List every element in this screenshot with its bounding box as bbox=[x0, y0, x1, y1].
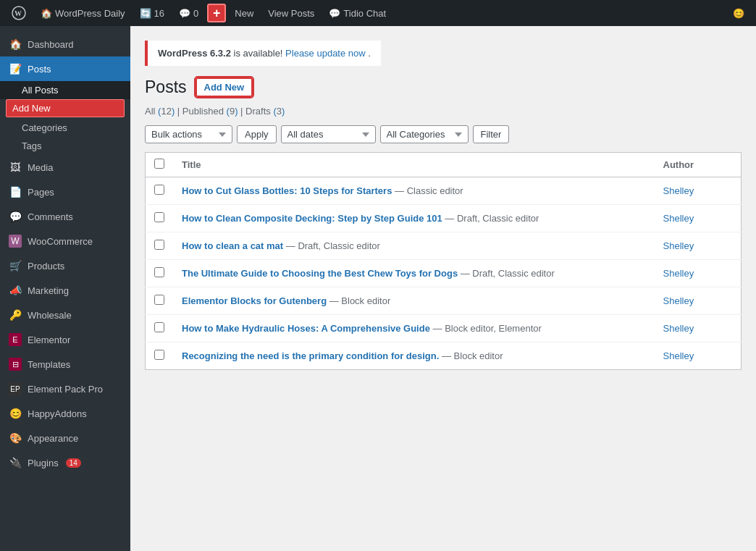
table-row: Recognizing the need is the primary cond… bbox=[146, 342, 742, 370]
post-meta-2: — Draft, Classic editor bbox=[286, 240, 380, 251]
add-new-page-button[interactable]: Add New bbox=[196, 77, 253, 97]
filter-all[interactable]: All (12) bbox=[145, 106, 175, 117]
table-row: How to Make Hydraulic Hoses: A Comprehen… bbox=[146, 315, 742, 342]
wholesale-icon: 🔑 bbox=[9, 308, 22, 321]
row-checkbox-0[interactable] bbox=[154, 185, 164, 195]
post-title-link-5[interactable]: How to Make Hydraulic Hoses: A Comprehen… bbox=[182, 323, 430, 334]
post-title-link-4[interactable]: Elementor Blocks for Gutenberg bbox=[182, 295, 327, 306]
sidebar-item-marketing[interactable]: 📣 Marketing bbox=[0, 278, 130, 303]
row-checkbox-cell bbox=[146, 232, 174, 260]
notice-version: WordPress 6.3.2 bbox=[158, 48, 231, 59]
author-link-3[interactable]: Shelley bbox=[663, 268, 694, 279]
row-author-cell: Shelley bbox=[655, 342, 742, 370]
row-checkbox-1[interactable] bbox=[154, 212, 164, 222]
author-link-4[interactable]: Shelley bbox=[663, 295, 694, 306]
svg-text:W: W bbox=[14, 9, 22, 17]
sidebar-item-dashboard[interactable]: 🏠 Dashboard bbox=[0, 32, 130, 56]
notice-suffix: . bbox=[368, 48, 371, 59]
post-title-link-0[interactable]: How to Cut Glass Bottles: 10 Steps for S… bbox=[182, 185, 392, 196]
sidebar-item-label: Comments bbox=[28, 211, 73, 222]
row-checkbox-5[interactable] bbox=[154, 322, 164, 332]
sidebar-item-woocommerce[interactable]: W WooCommerce bbox=[0, 229, 130, 253]
sidebar-item-label: Appearance bbox=[28, 433, 78, 444]
table-row: How to clean a cat mat — Draft, Classic … bbox=[146, 232, 742, 260]
sidebar-item-media[interactable]: 🖼 Media bbox=[0, 155, 130, 180]
row-checkbox-4[interactable] bbox=[154, 295, 164, 305]
templates-icon: ⊟ bbox=[9, 358, 22, 371]
site-name[interactable]: 🏠 WordPress Daily bbox=[35, 0, 131, 26]
row-checkbox-6[interactable] bbox=[154, 350, 164, 360]
add-new-bar-button[interactable]: + bbox=[207, 4, 226, 22]
select-all-checkbox[interactable] bbox=[154, 159, 164, 169]
notice-update-link[interactable]: Please update now bbox=[285, 48, 366, 59]
sidebar-item-tags[interactable]: Tags bbox=[0, 137, 130, 155]
author-column-header: Author bbox=[655, 153, 742, 177]
elementor-icon: E bbox=[9, 333, 22, 346]
comments-icon: 💬 bbox=[9, 210, 22, 223]
sidebar-item-templates[interactable]: ⊟ Templates bbox=[0, 352, 130, 377]
title-column-header: Title bbox=[173, 153, 655, 177]
post-title-link-6[interactable]: Recognizing the need is the primary cond… bbox=[182, 350, 439, 361]
sidebar-item-all-posts[interactable]: All Posts bbox=[0, 81, 130, 99]
author-link-5[interactable]: Shelley bbox=[663, 323, 694, 334]
wp-logo[interactable]: W bbox=[6, 0, 32, 26]
user-avatar[interactable]: 😊 bbox=[727, 0, 750, 26]
sidebar-item-products[interactable]: 🛒 Products bbox=[0, 253, 130, 278]
author-link-6[interactable]: Shelley bbox=[663, 350, 694, 361]
layout: 🏠 Dashboard 📝 Posts All Posts Add New Ca… bbox=[0, 26, 756, 551]
row-author-cell: Shelley bbox=[655, 205, 742, 232]
author-link-2[interactable]: Shelley bbox=[663, 240, 694, 251]
sidebar-item-label: Posts bbox=[28, 64, 51, 75]
row-checkbox-cell bbox=[146, 177, 174, 205]
sidebar-item-label: Marketing bbox=[28, 285, 69, 296]
row-checkbox-3[interactable] bbox=[154, 267, 164, 277]
sidebar-item-label: Element Pack Pro bbox=[28, 384, 103, 395]
dates-select[interactable]: All dates January 2024 December 2023 bbox=[281, 125, 376, 143]
post-title-link-1[interactable]: How to Clean Composite Decking: Step by … bbox=[182, 213, 442, 224]
filter-published[interactable]: Published (9) bbox=[182, 106, 238, 117]
sidebar-item-element-pack[interactable]: EP Element Pack Pro bbox=[0, 377, 130, 401]
row-title-cell: Elementor Blocks for Gutenberg — Block e… bbox=[173, 287, 655, 315]
table-row: The Ultimate Guide to Choosing the Best … bbox=[146, 260, 742, 287]
bulk-actions-select[interactable]: Bulk actions Edit Move to Trash bbox=[145, 125, 232, 143]
sidebar-item-comments[interactable]: 💬 Comments bbox=[0, 204, 130, 229]
row-checkbox-2[interactable] bbox=[154, 240, 164, 250]
apply-button[interactable]: Apply bbox=[237, 125, 277, 143]
post-title-link-2[interactable]: How to clean a cat mat bbox=[182, 240, 283, 251]
row-title-cell: How to clean a cat mat — Draft, Classic … bbox=[173, 232, 655, 260]
view-posts-link[interactable]: View Posts bbox=[262, 0, 320, 26]
add-new-sub-label: Add New bbox=[12, 103, 51, 114]
sidebar-item-pages[interactable]: 📄 Pages bbox=[0, 180, 130, 204]
author-link-1[interactable]: Shelley bbox=[663, 213, 694, 224]
sidebar-item-posts[interactable]: 📝 Posts bbox=[0, 56, 130, 81]
comments-link[interactable]: 💬 0 bbox=[173, 0, 204, 26]
row-title-cell: How to Cut Glass Bottles: 10 Steps for S… bbox=[173, 177, 655, 205]
sidebar-item-categories[interactable]: Categories bbox=[0, 119, 130, 137]
post-meta-5: — Block editor, Elementor bbox=[433, 323, 542, 334]
row-author-cell: Shelley bbox=[655, 315, 742, 342]
filter-drafts[interactable]: Drafts (3) bbox=[245, 106, 285, 117]
media-icon: 🖼 bbox=[9, 161, 22, 174]
sidebar-item-add-new[interactable]: Add New bbox=[6, 99, 125, 117]
sidebar-item-wholesale[interactable]: 🔑 Wholesale bbox=[0, 303, 130, 327]
element-pack-icon: EP bbox=[9, 382, 22, 395]
sidebar-item-plugins[interactable]: 🔌 Plugins 14 bbox=[0, 450, 130, 475]
tidio-chat-link[interactable]: 💬 Tidio Chat bbox=[323, 0, 392, 26]
sidebar-item-elementor[interactable]: E Elementor bbox=[0, 327, 130, 352]
sidebar-item-appearance[interactable]: 🎨 Appearance bbox=[0, 426, 130, 450]
post-meta-4: — Block editor bbox=[329, 295, 391, 306]
sidebar-item-label: Products bbox=[28, 261, 64, 272]
author-link-0[interactable]: Shelley bbox=[663, 185, 694, 196]
row-title-cell: How to Clean Composite Decking: Step by … bbox=[173, 205, 655, 232]
sidebar-item-label: Plugins bbox=[28, 458, 59, 468]
plugins-badge: 14 bbox=[66, 458, 81, 468]
updates-link[interactable]: 🔄 16 bbox=[134, 0, 170, 26]
filter-button[interactable]: Filter bbox=[473, 125, 510, 143]
new-label[interactable]: New bbox=[229, 0, 259, 26]
sidebar-item-happy-addons[interactable]: 😊 HappyAddons bbox=[0, 401, 130, 426]
post-title-link-3[interactable]: The Ultimate Guide to Choosing the Best … bbox=[182, 268, 458, 279]
categories-select[interactable]: All Categories Uncategorized How-To bbox=[380, 125, 469, 143]
happy-addons-icon: 😊 bbox=[9, 407, 22, 420]
row-title-cell: Recognizing the need is the primary cond… bbox=[173, 342, 655, 370]
row-checkbox-cell bbox=[146, 315, 174, 342]
